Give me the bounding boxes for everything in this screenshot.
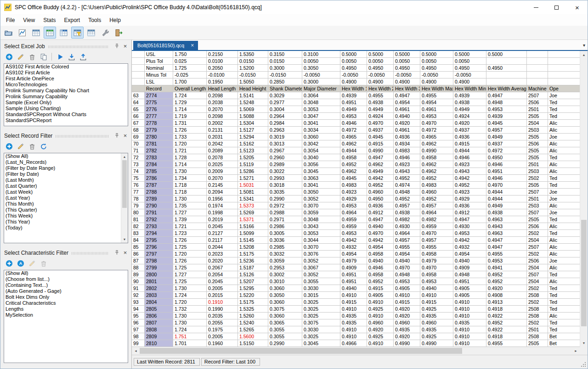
grid-cell[interactable]: 0.4950 — [394, 65, 420, 72]
grid-cell[interactable]: -0.025 — [173, 72, 207, 78]
grid-cell[interactable]: 1.723 — [173, 230, 207, 237]
grid-cell[interactable]: 0.4936 — [394, 134, 420, 140]
close-panel-icon[interactable]: × — [122, 43, 129, 50]
grid-cell[interactable]: 2777 — [145, 113, 173, 120]
grid-cell[interactable]: -0.0050 — [302, 72, 340, 78]
list-item[interactable]: StandardSPCReport Without Charts — [4, 112, 128, 117]
grid-cell[interactable]: 0.3000 — [302, 78, 340, 85]
grid-cell[interactable]: 0.2989 — [268, 161, 302, 168]
grid-cell[interactable]: 2808 — [145, 326, 173, 333]
grid-cell[interactable]: 2810 — [145, 340, 173, 347]
grid-cell[interactable]: 91 — [132, 285, 145, 292]
table-vertical-scrollbar[interactable]: ▲ ▼ — [580, 51, 588, 347]
copy-job-button[interactable] — [39, 52, 48, 61]
grid-cell[interactable]: 0.4918 — [486, 306, 527, 313]
list-item[interactable]: First Article OnePiece — [4, 76, 128, 82]
grid-cell[interactable]: 0.4950 — [453, 65, 486, 72]
grid-cell[interactable]: 0.4982 — [394, 216, 420, 223]
grid-cell[interactable]: 0.3100 — [302, 51, 340, 58]
grid-cell[interactable]: USL — [145, 51, 173, 58]
grid-cell[interactable]: 0.2005 — [207, 333, 238, 340]
grid-cell[interactable]: 1.5350 — [238, 51, 268, 58]
grid-cell[interactable]: 0.4983 — [340, 182, 367, 189]
grid-cell[interactable]: 0.2005 — [207, 285, 238, 292]
grid-cell[interactable]: 0.1975 — [207, 326, 238, 333]
grid-cell[interactable]: 0.4924 — [453, 113, 486, 120]
grid-cell[interactable]: 1.724 — [173, 326, 207, 333]
grid-cell[interactable]: 1.5126 — [238, 271, 268, 278]
grid-cell[interactable]: 1.727 — [173, 209, 207, 216]
grid-cell[interactable]: 0.1960 — [207, 340, 238, 347]
grid-cell[interactable]: 0.1998 — [207, 209, 238, 216]
grid-cell[interactable]: Alic — [548, 127, 580, 134]
grid-cell[interactable]: 0.3060 — [268, 299, 302, 306]
grid-cell[interactable]: 0.3063 — [302, 175, 340, 182]
grid-cell[interactable]: 2504 — [527, 278, 548, 285]
grid-cell[interactable]: 0.4935 — [420, 313, 453, 319]
grid-cell[interactable]: 1.5123 — [238, 147, 268, 154]
grid-cell[interactable]: 1.733 — [173, 134, 207, 140]
grid-cell[interactable]: 2796 — [145, 244, 173, 251]
grid-cell[interactable]: 83 — [132, 230, 145, 237]
grid-cell[interactable]: 2502 — [527, 299, 548, 306]
grid-cell[interactable]: 0.4948 — [394, 189, 420, 196]
grid-cell[interactable]: 0.3050 — [268, 292, 302, 299]
grid-cell[interactable]: 0.3060 — [302, 134, 340, 140]
grid-cell[interactable]: Alic — [548, 147, 580, 154]
grid-cell[interactable]: 77 — [132, 189, 145, 196]
grid-cell[interactable]: 0.4920 — [453, 120, 486, 127]
grid-cell[interactable]: 0.2023 — [207, 251, 238, 257]
list-item[interactable]: (Last Month) — [4, 177, 128, 183]
list-item[interactable]: (Filter by Date Range) — [4, 165, 128, 171]
grid-cell[interactable]: 0.4937 — [367, 127, 394, 134]
grid-cell[interactable]: 2507 — [527, 189, 548, 196]
grid-cell[interactable]: Alic — [548, 202, 580, 209]
grid-cell[interactable]: 1.728 — [173, 154, 207, 161]
list-item[interactable]: Prolink Summary Capability No Chart — [4, 88, 128, 94]
grid-cell[interactable]: 2774 — [145, 92, 173, 99]
grid-cell[interactable]: 0.3050 — [302, 65, 340, 72]
grid-cell[interactable]: 0.4962 — [420, 161, 453, 168]
grid-cell[interactable]: 0.4953 — [486, 257, 527, 264]
grid-cell[interactable]: 2508 — [527, 292, 548, 299]
grid-cell[interactable]: 1.730 — [173, 196, 207, 202]
grid-cell[interactable]: 1.725 — [173, 244, 207, 251]
grid-cell[interactable]: 2506 — [527, 257, 548, 264]
grid-cell[interactable]: 0.3000 — [268, 65, 302, 72]
column-header[interactable]: Hex Width 2 — [367, 85, 394, 92]
grid-cell[interactable]: 0.4962 — [420, 168, 453, 175]
grid-cell[interactable]: 0.2985 — [268, 244, 302, 251]
grid-cell[interactable]: 70 — [132, 140, 145, 147]
grid-cell[interactable]: 0.4910 — [453, 326, 486, 333]
grid-cell[interactable]: 2789 — [145, 196, 173, 202]
grid-cell[interactable]: 2784 — [145, 161, 173, 168]
grid-cell[interactable]: -0.0050 — [394, 72, 420, 78]
column-header[interactable]: Shank Diameter — [268, 85, 302, 92]
grid-cell[interactable]: 0.3025 — [302, 313, 340, 319]
grid-cell[interactable]: 0.3036 — [268, 237, 302, 244]
grid-cell[interactable]: 88 — [132, 264, 145, 271]
grid-cell[interactable]: 0.2990 — [268, 196, 302, 202]
grid-cell[interactable]: 0.3075 — [302, 319, 340, 326]
grid-cell[interactable]: 0.4942 — [453, 237, 486, 244]
grid-cell[interactable]: 2502 — [527, 175, 548, 182]
grid-cell[interactable]: 1.5069 — [238, 106, 268, 113]
column-header[interactable]: Hex Width Average — [486, 85, 527, 92]
grid-cell[interactable]: 0.4960 — [394, 319, 420, 326]
scroll-up-arrow[interactable]: ▲ — [580, 51, 588, 59]
grid-cell[interactable]: 0.4957 — [394, 237, 420, 244]
grid-cell[interactable]: 1.721 — [173, 147, 207, 154]
grid-cell[interactable]: 79 — [132, 202, 145, 209]
column-header[interactable]: Hex Width Min — [453, 85, 486, 92]
grid-cell[interactable]: 0.3035 — [268, 189, 302, 196]
grid-cell[interactable]: 1.726 — [173, 237, 207, 244]
grid-cell[interactable]: 1.5260 — [238, 313, 268, 319]
grid-cell[interactable]: 0.4952 — [486, 271, 527, 278]
grid-cell[interactable]: 0.4915 — [420, 299, 453, 306]
grid-cell[interactable]: 0.4952 — [453, 182, 486, 189]
grid-cell[interactable]: 0.4955 — [486, 251, 527, 257]
grid-cell[interactable]: 0.4953 — [340, 113, 367, 120]
grid-cell[interactable]: 0.3053 — [302, 106, 340, 113]
grid-cell[interactable]: 0.3032 — [268, 251, 302, 257]
grid-cell[interactable]: 2501 — [527, 326, 548, 333]
